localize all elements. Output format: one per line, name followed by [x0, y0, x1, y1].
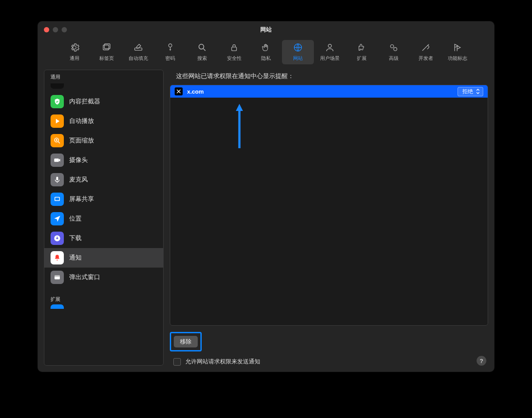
sidebar-item-autoplay[interactable]: 自动播放 — [44, 111, 163, 131]
tab-developer[interactable]: 开发者 — [410, 40, 442, 64]
websites-sidebar[interactable]: 通用 内容拦截器 自动播放 — [44, 70, 164, 366]
site-name: x.com — [187, 88, 453, 95]
svg-point-8 — [391, 45, 394, 48]
location-icon — [51, 212, 64, 225]
svg-rect-0 — [103, 45, 109, 50]
flags-icon — [453, 43, 462, 53]
camera-icon — [51, 154, 64, 167]
chevron-updown-icon — [475, 88, 481, 95]
svg-rect-5 — [232, 47, 237, 51]
panel-footer: 移除 允许网站请求权限来发送通知 — [170, 332, 488, 366]
globe-icon — [293, 43, 303, 53]
tab-label: 高级 — [389, 55, 399, 62]
sidebar-scroll-area[interactable]: 内容拦截器 自动播放 页面缩放 — [44, 82, 163, 365]
pencil-field-icon — [133, 43, 143, 53]
download-icon — [51, 232, 64, 245]
tab-label: 功能标志 — [448, 55, 467, 62]
sidebar-item-label: 位置 — [69, 215, 82, 223]
sidebar-item-cutoff-top — [51, 82, 157, 90]
sidebar-item-label: 麦克风 — [69, 176, 88, 184]
tab-tabs[interactable]: 标签页 — [90, 40, 122, 64]
tab-label: 密码 — [165, 55, 175, 62]
minimize-window-button[interactable] — [53, 27, 58, 32]
allow-requests-checkbox[interactable] — [173, 358, 181, 366]
x-logo-icon — [175, 87, 183, 95]
sidebar-item-microphone[interactable]: 麦克风 — [44, 170, 163, 189]
sidebar-item-location[interactable]: 位置 — [44, 209, 163, 229]
site-permission-list[interactable]: x.com 拒绝 — [170, 85, 488, 326]
svg-rect-1 — [104, 44, 110, 49]
bell-icon — [51, 251, 64, 264]
hand-icon — [261, 43, 271, 53]
tab-passwords[interactable]: 密码 — [154, 40, 186, 64]
tab-label: 标签页 — [99, 55, 114, 62]
sidebar-item-label: 弹出式窗口 — [69, 273, 100, 281]
help-button[interactable]: ? — [477, 356, 486, 366]
tab-websites[interactable]: 网站 — [282, 40, 314, 64]
tab-label: 用户场景 — [320, 55, 340, 62]
tools-icon — [421, 43, 430, 53]
window-title: 网站 — [38, 26, 494, 34]
tab-label: 扩展 — [357, 55, 367, 62]
gears-icon — [389, 43, 399, 53]
tab-privacy[interactable]: 隐私 — [250, 40, 282, 64]
svg-rect-11 — [54, 158, 59, 162]
sidebar-section-extensions: 扩展 — [44, 292, 163, 304]
tabs-icon — [102, 43, 111, 53]
tab-label: 隐私 — [261, 55, 271, 62]
allow-requests-label: 允许网站请求权限来发送通知 — [185, 358, 260, 366]
close-window-button[interactable] — [44, 27, 49, 32]
tab-autofill[interactable]: 自动填充 — [122, 40, 154, 64]
notifications-panel: 这些网站已请求权限在通知中心显示提醒： x.com 拒绝 — [170, 70, 488, 366]
svg-point-7 — [328, 44, 331, 47]
sidebar-item-label: 下载 — [69, 234, 82, 242]
key-icon — [165, 43, 175, 53]
permission-select[interactable]: 拒绝 — [458, 87, 483, 96]
preferences-body: 通用 内容拦截器 自动播放 — [38, 70, 494, 372]
tab-advanced[interactable]: 高级 — [378, 40, 410, 64]
shield-icon — [51, 95, 64, 108]
sidebar-item-label: 通知 — [69, 254, 82, 262]
allow-requests-row[interactable]: 允许网站请求权限来发送通知 — [173, 358, 260, 366]
sidebar-item-label: 内容拦截器 — [69, 98, 100, 106]
sidebar-item-label: 自动播放 — [69, 117, 94, 125]
gear-icon — [70, 43, 79, 53]
zoom-window-button[interactable] — [62, 27, 67, 32]
tab-label: 安全性 — [227, 55, 242, 62]
tab-profiles[interactable]: 用户场景 — [314, 40, 346, 64]
zoom-icon — [51, 134, 64, 147]
sidebar-item-popups[interactable]: 弹出式窗口 — [44, 268, 163, 287]
sidebar-item-label: 页面缩放 — [69, 137, 94, 145]
svg-point-3 — [168, 44, 172, 47]
tab-label: 网站 — [293, 55, 303, 62]
site-row[interactable]: x.com 拒绝 — [170, 85, 488, 98]
tab-label: 通用 — [70, 55, 79, 62]
puzzle-icon — [357, 43, 367, 53]
panel-description: 这些网站已请求权限在通知中心显示提醒： — [170, 70, 488, 85]
annotation-highlight: 移除 — [170, 332, 202, 351]
sidebar-item-label: 摄像头 — [69, 156, 88, 164]
person-icon — [325, 43, 335, 53]
sidebar-item-camera[interactable]: 摄像头 — [44, 150, 163, 170]
tab-label: 搜索 — [197, 55, 207, 62]
tab-extensions[interactable]: 扩展 — [346, 40, 378, 64]
sidebar-item-notifications[interactable]: 通知 — [44, 248, 163, 268]
sidebar-item-downloads[interactable]: 下载 — [44, 229, 163, 248]
lock-icon — [229, 43, 239, 53]
preferences-toolbar: 通用 标签页 自动填充 密码 搜索 — [38, 38, 494, 70]
preferences-window: 网站 通用 标签页 自动填充 密码 — [38, 21, 494, 372]
sidebar-item-cutoff-bottom — [51, 304, 157, 309]
sidebar-item-content-blockers[interactable]: 内容拦截器 — [44, 92, 163, 111]
tab-label: 自动填充 — [129, 55, 148, 62]
remove-button[interactable]: 移除 — [174, 336, 198, 347]
play-icon — [51, 114, 64, 128]
sidebar-item-zoom[interactable]: 页面缩放 — [44, 131, 163, 150]
tab-security[interactable]: 安全性 — [218, 40, 250, 64]
sidebar-item-screenshare[interactable]: 屏幕共享 — [44, 189, 163, 209]
sidebar-item-label: 屏幕共享 — [69, 195, 94, 203]
tab-general[interactable]: 通用 — [59, 40, 90, 64]
tab-feature-flags[interactable]: 功能标志 — [442, 40, 473, 64]
tab-search[interactable]: 搜索 — [186, 40, 218, 64]
svg-marker-19 — [236, 104, 243, 111]
svg-rect-17 — [55, 276, 60, 277]
